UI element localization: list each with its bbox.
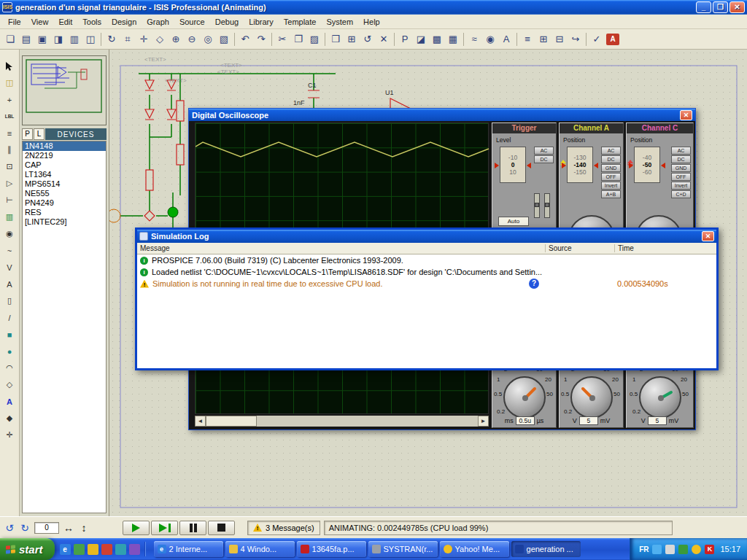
device-item[interactable]: MPS6514 [23,179,106,189]
device-item[interactable]: PN4249 [23,198,106,208]
scrollbar-thumb[interactable] [206,416,257,427]
trigger-level-wheel[interactable]: -10 0 10 [500,147,526,183]
device-item[interactable]: [LINTEC29] [23,217,106,227]
mirror-horizontal-icon[interactable]: ↔ [63,522,74,534]
internet-explorer-icon[interactable]: e [60,544,71,555]
current-probe-icon[interactable]: A [1,276,18,292]
decompose-icon[interactable]: ▦ [445,31,461,47]
scroll-left-icon[interactable]: ◄ [195,416,206,427]
timebase-value[interactable]: 0.5u [516,416,535,425]
vertical-gain-knob[interactable] [570,376,613,419]
voltage-probe[interactable] [168,207,178,217]
menu-library[interactable]: Library [244,16,279,28]
block-copy-icon[interactable]: ❒ [328,31,344,47]
task-yahoo-messenger[interactable]: Yahoo! Me... [440,541,509,557]
timebase-knob[interactable] [503,376,546,419]
virtual-instrument-icon[interactable]: ▯ [1,293,18,308]
channel-c-ac-button[interactable]: AC [671,147,691,155]
paste-icon[interactable]: ▨ [306,31,322,47]
menu-system[interactable]: System [321,16,358,28]
channel-a-dc-button[interactable]: DC [601,155,621,163]
rotate-clockwise-icon[interactable]: ↻ [19,522,31,534]
column-message[interactable]: Message [137,244,545,252]
channel-c-position-wheel[interactable]: -40 -50 -60 [634,147,660,183]
channel-a-off-button[interactable]: OFF [601,173,621,181]
quick-launch-icon[interactable] [115,544,126,555]
scroll-right-icon[interactable]: ► [478,416,489,427]
tray-icon[interactable] [692,545,701,554]
rotate-anticlockwise-icon[interactable]: ↺ [4,522,15,534]
box-2d-icon[interactable]: ■ [1,327,18,342]
cut-icon[interactable]: ✂ [274,31,290,47]
symbol-2d-icon[interactable]: ◆ [1,411,18,426]
task-systran[interactable]: SYSTRAN(r... [368,541,438,557]
wheel-arrow-icon[interactable] [629,163,633,168]
maximize-button[interactable]: ❐ [713,1,728,13]
trigger-ac-button[interactable]: AC [534,147,554,155]
channel-c-invert-button[interactable]: Invert [671,182,691,190]
tray-kaspersky-icon[interactable]: K [705,545,714,554]
quick-launch-icon[interactable] [88,544,98,555]
text-script-icon[interactable]: ≡ [1,125,18,141]
text-2d-icon[interactable]: A [1,394,18,409]
trigger-auto-button[interactable]: Auto [498,217,529,226]
component-icon[interactable]: ◫ [1,75,18,90]
help-icon[interactable]: ? [529,279,539,289]
packaging-tool-icon[interactable]: ▩ [429,31,445,47]
device-item[interactable]: RES [23,208,106,217]
library-manager-button[interactable]: L [34,128,44,140]
channel-c-sum-button[interactable]: C+D [671,190,691,198]
close-button[interactable]: ✕ [729,1,745,13]
channel-a-gnd-button[interactable]: GND [601,164,621,172]
undo-icon[interactable]: ↶ [237,31,253,47]
titlebar[interactable]: ISIS generation d'un signal triangulaire… [0,0,747,15]
pick-device-button[interactable]: P [22,128,33,140]
menu-graph[interactable]: Graph [142,16,174,28]
play-button[interactable] [123,521,150,535]
column-time[interactable]: Time [614,244,716,252]
import-icon[interactable]: ◨ [50,31,66,47]
mirror-vertical-icon[interactable]: ↕ [78,522,90,534]
line-2d-icon[interactable]: / [1,310,18,325]
device-item[interactable]: 2N2219 [23,151,106,160]
menu-debug[interactable]: Debug [210,16,244,28]
language-indicator[interactable]: FR [639,545,649,553]
zoom-in-icon[interactable]: ⊕ [168,31,184,47]
refresh-icon[interactable]: ↻ [104,31,120,47]
channel-c-gnd-button[interactable]: GND [671,164,691,172]
terminal-icon[interactable]: ▷ [1,176,18,191]
goto-sheet-icon[interactable]: ↪ [568,31,584,47]
task-internet-explorer[interactable]: e 2 Interne... [154,541,223,557]
electrical-rules-check-icon[interactable]: ✓ [589,31,605,47]
pan-icon[interactable]: ◇ [152,31,168,47]
gain-value[interactable]: 5 [579,416,598,425]
grid-toggle-icon[interactable]: ⌗ [120,31,136,47]
save-icon[interactable]: ▣ [34,31,50,47]
task-isis-generation[interactable]: generation ... [511,541,581,557]
trigger-source-slider[interactable] [544,193,550,218]
tray-network-icon[interactable] [678,545,688,554]
quick-launch-icon[interactable] [101,544,112,555]
task-windows-explorer[interactable]: 4 Windo... [225,541,295,557]
path-2d-icon[interactable]: ◇ [1,377,18,392]
tray-volume-icon[interactable] [665,545,675,554]
device-item[interactable]: CAP [23,160,106,170]
oscilloscope-scrollbar[interactable]: ◄ ► [195,416,489,427]
generator-icon[interactable]: ~ [1,243,18,258]
task-pdf-document[interactable]: 13645fa.p... [297,541,366,557]
minimize-button[interactable]: _ [696,1,711,13]
wheel-arrow-icon[interactable] [495,163,499,168]
selection-pointer-icon[interactable] [1,58,18,74]
menu-view[interactable]: View [26,16,54,28]
step-button[interactable] [151,521,178,535]
open-folder-icon[interactable]: ▤ [18,31,34,47]
mark-area-icon[interactable]: ◫ [82,31,98,47]
wire-autorouter-icon[interactable]: ≈ [466,31,482,47]
trigger-edge-slider[interactable] [534,193,540,218]
copy-icon[interactable]: ❐ [290,31,306,47]
channel-a-position-wheel[interactable]: -130 -140 -150 [567,147,593,183]
wheel-arrow-icon[interactable] [562,163,566,168]
oscilloscope-titlebar[interactable]: Digital Oscilloscope ✕ [189,109,695,121]
vertical-gain-knob[interactable] [639,376,681,419]
circle-2d-icon[interactable]: ● [1,343,18,359]
